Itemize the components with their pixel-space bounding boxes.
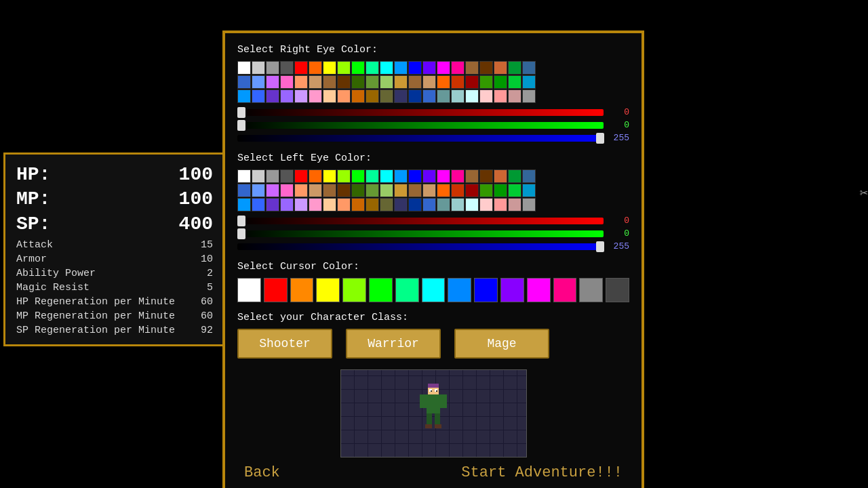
left-eye-color-grid[interactable] (237, 169, 629, 211)
color-cell[interactable] (280, 198, 294, 211)
color-cell[interactable] (380, 184, 393, 197)
color-cell[interactable] (309, 89, 322, 103)
cursor-color-cell[interactable] (500, 278, 524, 302)
color-cell[interactable] (437, 169, 450, 183)
color-cell[interactable] (408, 198, 422, 211)
color-cell[interactable] (465, 89, 479, 103)
cursor-color-cell[interactable] (474, 278, 498, 302)
left-eye-red-track[interactable] (237, 218, 604, 224)
cursor-color-cell[interactable] (237, 278, 261, 302)
start-adventure-button[interactable]: Start Adventure!!! (461, 464, 623, 481)
cursor-color-cell[interactable] (422, 278, 446, 302)
color-cell[interactable] (280, 184, 294, 197)
color-cell[interactable] (237, 89, 251, 103)
color-cell[interactable] (366, 75, 379, 89)
color-cell[interactable] (266, 61, 279, 75)
back-button[interactable]: Back (244, 464, 280, 481)
color-cell[interactable] (252, 198, 265, 211)
color-cell[interactable] (366, 184, 379, 197)
color-cell[interactable] (294, 89, 308, 103)
color-cell[interactable] (494, 198, 507, 211)
color-cell[interactable] (479, 169, 493, 183)
color-cell[interactable] (252, 184, 265, 197)
cursor-color-cell[interactable] (316, 278, 340, 302)
color-cell[interactable] (323, 169, 336, 183)
right-eye-blue-thumb[interactable] (596, 133, 604, 144)
cursor-color-cell[interactable] (553, 278, 577, 302)
right-eye-color-grid[interactable] (237, 61, 629, 103)
color-cell[interactable] (422, 89, 436, 103)
color-cell[interactable] (508, 75, 521, 89)
color-cell[interactable] (351, 169, 365, 183)
color-cell[interactable] (294, 184, 308, 197)
color-cell[interactable] (280, 89, 294, 103)
color-cell[interactable] (252, 75, 265, 89)
left-eye-green-thumb[interactable] (237, 228, 245, 239)
color-cell[interactable] (337, 89, 351, 103)
color-cell[interactable] (366, 198, 379, 211)
color-cell[interactable] (280, 61, 294, 75)
color-cell[interactable] (394, 198, 408, 211)
color-cell[interactable] (323, 198, 336, 211)
color-cell[interactable] (351, 89, 365, 103)
color-cell[interactable] (408, 184, 422, 197)
color-cell[interactable] (380, 89, 393, 103)
color-cell[interactable] (437, 184, 450, 197)
right-eye-green-thumb[interactable] (237, 120, 245, 131)
color-cell[interactable] (437, 89, 450, 103)
color-cell[interactable] (494, 89, 507, 103)
color-cell[interactable] (508, 184, 521, 197)
color-cell[interactable] (508, 169, 521, 183)
color-cell[interactable] (266, 184, 279, 197)
cursor-color-cell[interactable] (606, 278, 629, 302)
color-cell[interactable] (337, 169, 351, 183)
color-cell[interactable] (337, 184, 351, 197)
color-cell[interactable] (494, 184, 507, 197)
color-cell[interactable] (494, 75, 507, 89)
color-cell[interactable] (422, 75, 436, 89)
cursor-color-cell[interactable] (448, 278, 471, 302)
color-cell[interactable] (309, 61, 322, 75)
color-cell[interactable] (266, 75, 279, 89)
color-cell[interactable] (508, 198, 521, 211)
right-eye-red-track[interactable] (237, 109, 604, 116)
color-cell[interactable] (479, 184, 493, 197)
color-cell[interactable] (451, 198, 465, 211)
color-cell[interactable] (422, 184, 436, 197)
mage-button[interactable]: Mage (454, 329, 549, 359)
color-cell[interactable] (294, 75, 308, 89)
color-cell[interactable] (323, 184, 336, 197)
color-cell[interactable] (522, 184, 536, 197)
warrior-button[interactable]: Warrior (346, 329, 441, 359)
color-cell[interactable] (309, 75, 322, 89)
left-eye-blue-thumb[interactable] (596, 241, 604, 252)
color-cell[interactable] (465, 169, 479, 183)
color-cell[interactable] (394, 184, 408, 197)
color-cell[interactable] (451, 89, 465, 103)
color-cell[interactable] (508, 61, 521, 75)
color-cell[interactable] (437, 75, 450, 89)
color-cell[interactable] (451, 169, 465, 183)
color-cell[interactable] (479, 89, 493, 103)
color-cell[interactable] (237, 184, 251, 197)
cursor-color-grid[interactable] (237, 278, 629, 302)
color-cell[interactable] (522, 75, 536, 89)
color-cell[interactable] (237, 169, 251, 183)
color-cell[interactable] (337, 61, 351, 75)
color-cell[interactable] (394, 75, 408, 89)
cursor-color-cell[interactable] (395, 278, 419, 302)
left-eye-green-track[interactable] (237, 230, 604, 237)
color-cell[interactable] (266, 89, 279, 103)
color-cell[interactable] (380, 61, 393, 75)
color-cell[interactable] (479, 61, 493, 75)
color-cell[interactable] (351, 75, 365, 89)
color-cell[interactable] (309, 184, 322, 197)
color-cell[interactable] (465, 75, 479, 89)
color-cell[interactable] (408, 75, 422, 89)
right-eye-red-thumb[interactable] (237, 107, 245, 118)
cursor-color-cell[interactable] (264, 278, 288, 302)
left-eye-blue-track[interactable] (237, 243, 604, 250)
color-cell[interactable] (366, 89, 379, 103)
color-cell[interactable] (479, 198, 493, 211)
color-cell[interactable] (451, 75, 465, 89)
